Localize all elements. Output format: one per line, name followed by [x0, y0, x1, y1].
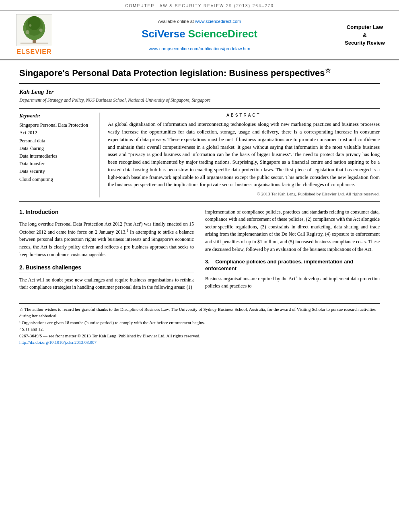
abstract-divider — [19, 201, 380, 202]
footnote-area: ☆ The author wishes to record her gratef… — [19, 303, 380, 346]
available-online-text: Available online at www.sciencedirect.co… — [158, 18, 241, 25]
journal-name-line1: Computer Law — [347, 23, 383, 31]
journal-url: www.compseconline.com/publications/prodc… — [149, 46, 251, 52]
elsevier-tree-image — [16, 14, 52, 46]
keyword-6: Data security — [19, 168, 93, 175]
svg-point-6 — [25, 30, 29, 34]
abstract-text: As global digitalisation of information … — [108, 121, 380, 189]
section2-heading: 2. Business challenges — [19, 264, 194, 273]
sciverse-title: SciVerse ScienceDirect — [142, 27, 257, 41]
author-affiliation: Department of Strategy and Policy, NUS B… — [19, 97, 380, 103]
article-title-text: Singapore's Personal Data Protection leg… — [19, 68, 325, 78]
article-title: Singapore's Personal Data Protection leg… — [19, 67, 380, 79]
svg-point-7 — [39, 29, 43, 32]
section3-block: 3. Compliance policies and practices, im… — [205, 259, 380, 290]
keyword-7: Cloud computing — [19, 176, 93, 183]
body-left-col: 1. Introduction The long overdue Persona… — [19, 208, 194, 297]
body-section: 1. Introduction The long overdue Persona… — [19, 208, 380, 297]
top-banner: ELSEVIER Available online at www.science… — [0, 11, 399, 60]
journal-header: COMPUTER LAW & SECURITY REVIEW 29 (2013)… — [0, 0, 399, 11]
keyword-3: Data sharing — [19, 145, 93, 152]
title-divider — [19, 83, 380, 84]
footnote-2: ² S.11 and 12. — [19, 326, 380, 333]
abstract-label: ABSTRACT — [108, 113, 380, 118]
abstract-section: Keywords: Singapore Personal Data Protec… — [19, 113, 380, 197]
elsevier-brand-text: ELSEVIER — [16, 47, 51, 56]
sciencedirect-url[interactable]: www.sciencedirect.com — [195, 19, 241, 24]
section1-right-text: implementation of compliance policies, p… — [205, 208, 380, 253]
doi-link[interactable]: http://dx.doi.org/10.1016/j.clsr.2013.03… — [19, 340, 97, 345]
section1-text: The long overdue Personal Data Protectio… — [19, 220, 194, 258]
footnote-doi[interactable]: http://dx.doi.org/10.1016/j.clsr.2013.03… — [19, 339, 380, 346]
main-content: Singapore's Personal Data Protection leg… — [0, 60, 399, 354]
footnote-issn: 0267-3649/$ — see front matter © 2013 Te… — [19, 333, 380, 339]
keywords-list: Singapore Personal Data Protection Act 2… — [19, 121, 93, 183]
elsevier-logo: ELSEVIER — [8, 14, 60, 56]
author-divider — [19, 108, 380, 109]
svg-point-4 — [28, 16, 40, 30]
section1-block: 1. Introduction The long overdue Persona… — [19, 208, 194, 259]
footnote-1: ¹ Organisations are given 18 months ('su… — [19, 319, 380, 326]
journal-header-text: COMPUTER LAW & SECURITY REVIEW 29 (2013)… — [125, 4, 274, 8]
keyword-2: Personal data — [19, 137, 93, 145]
section1-right-block: implementation of compliance policies, p… — [205, 208, 380, 253]
footnote-star: ☆ The author wishes to record her gratef… — [19, 306, 380, 319]
sciverse-sci: SciVerse — [142, 28, 188, 40]
title-star: ☆ — [325, 67, 331, 74]
body-two-col: 1. Introduction The long overdue Persona… — [19, 208, 380, 297]
section3-text: Business organisations are required by t… — [205, 275, 380, 290]
keyword-4: Data intermediaries — [19, 152, 93, 160]
author-name: Kah Leng Ter — [19, 88, 380, 96]
journal-name-amp: & — [363, 31, 366, 39]
keywords-column: Keywords: Singapore Personal Data Protec… — [19, 113, 100, 197]
abstract-copyright: © 2013 Ter Kah Leng. Published by Elsevi… — [108, 191, 380, 197]
keyword-1: Singapore Personal Data Protection Act 2… — [19, 121, 93, 137]
keywords-label: Keywords: — [19, 113, 93, 119]
journal-name-line2: Security Review — [345, 39, 385, 47]
abstract-column: ABSTRACT As global digitalisation of inf… — [108, 113, 380, 197]
journal-name-banner: Computer Law & Security Review — [339, 14, 391, 56]
svg-point-8 — [29, 24, 31, 27]
section2-block: 2. Business challenges The Act will no d… — [19, 264, 194, 291]
keyword-5: Data transfer — [19, 160, 93, 168]
section1-heading: 1. Introduction — [19, 208, 194, 218]
section2-text: The Act will no doubt pose new challenge… — [19, 276, 194, 291]
sciverse-direct: ScienceDirect — [188, 28, 257, 40]
body-right-col: implementation of compliance policies, p… — [205, 208, 380, 297]
section3-heading: 3. Compliance policies and practices, im… — [205, 259, 380, 272]
center-banner: Available online at www.sciencedirect.co… — [60, 14, 339, 56]
